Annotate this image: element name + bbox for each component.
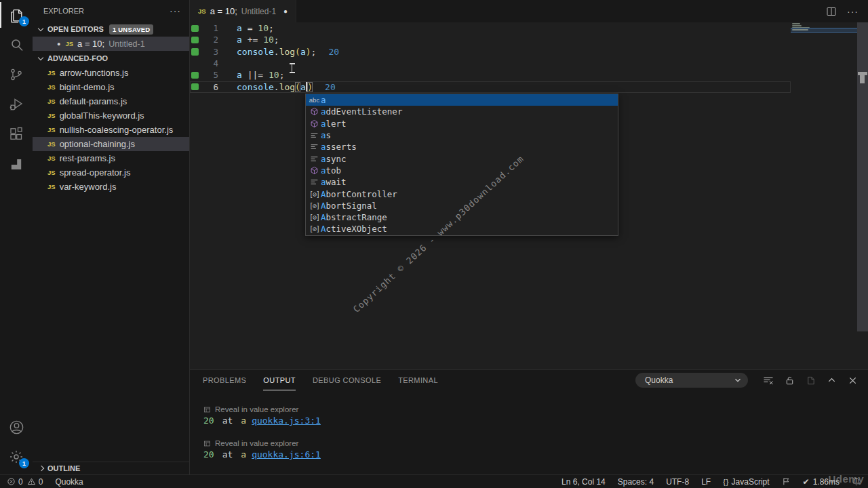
suggest-label: AbortController [321,189,397,199]
panel-tab-output[interactable]: OUTPUT [263,371,296,390]
suggest-item[interactable]: addEventListener [306,106,618,117]
clear-output-icon[interactable] [762,374,774,386]
code-line-6[interactable]: 6console.log(a)20 [190,81,868,92]
open-output-in-editor-icon[interactable] [804,374,816,386]
encoding-status[interactable]: UTF-8 [666,477,689,487]
activity-quokka-icon[interactable] [0,149,33,179]
suggest-label: AbstractRange [321,212,387,222]
source-location-link[interactable]: quokka.js:6:1 [252,449,321,460]
editor-scrollbar[interactable] [857,22,868,331]
method-kind-icon [308,107,321,116]
editor-more-actions-icon[interactable]: ··· [847,9,859,14]
language-status[interactable]: { }JavaScript [723,477,769,487]
code-token: . [274,47,279,57]
activity-account-icon[interactable] [0,412,33,442]
code-line-3[interactable]: 3console.log(a);20 [190,46,868,58]
explorer-sidebar: EXPLORER ··· OPEN EDITORS 1 UNSAVED ● JS… [33,0,190,474]
activity-extensions-icon[interactable] [0,119,33,149]
file-item[interactable]: JSoptional-chaining.js [33,137,189,151]
maximize-panel-icon[interactable] [825,374,837,386]
extension-status-status[interactable] [782,477,791,486]
suggest-item[interactable]: [⊘]ActiveXObject [306,223,618,235]
activity-settings-icon[interactable]: 1 [0,442,33,472]
panel-tab-debug-console[interactable]: DEBUG CONSOLE [313,371,381,390]
output-channel-select[interactable]: Quokka [635,373,748,388]
suggest-item[interactable]: abca [306,94,618,106]
file-item[interactable]: JSbigint-demo.js [33,80,189,94]
error-count: 0 [18,477,23,487]
editor-tab-untitled-1[interactable]: JS a = 10; Untitled-1 ● [190,0,296,22]
notifications-bell-icon[interactable] [852,477,861,487]
folder-section-header[interactable]: ADVANCED-FOO [33,51,189,66]
quokka-time-status[interactable]: ✔1.86ms [803,477,840,487]
minimap[interactable] [791,22,857,63]
code-line-5[interactable]: 5a ||= 10; [190,69,868,81]
suggest-item[interactable]: asserts [306,141,618,152]
tab-detail: Untitled-1 [241,7,276,16]
reveal-in-value-explorer-link[interactable]: Reveal in value explorer [203,439,868,447]
problems-status[interactable]: 00 [7,477,44,487]
file-item[interactable]: JSarrow-functions.js [33,66,189,80]
suggest-item[interactable]: [⊘]AbortController [306,188,618,199]
matched-prefix: a [321,177,326,187]
tab-title: a = 10; [210,6,237,16]
eol-label: LF [701,477,711,487]
file-item[interactable]: JSrest-params.js [33,151,189,165]
activity-source-control-icon[interactable] [0,60,33,89]
code-token: ( [295,47,300,57]
code-text: a = 10; [237,23,274,33]
suggest-item[interactable]: as [306,129,618,141]
minimap-line [792,29,808,30]
logged-value: 20 [203,449,214,460]
code-token: console [237,82,274,92]
coverage-indicator [191,72,199,79]
code-line-1[interactable]: 1a = 10; [190,22,868,34]
file-item[interactable]: JSspread-operator.js [33,165,189,180]
status-bar: 00Quokka Ln 6, Col 14Spaces: 4UTF-8LF{ }… [0,474,868,488]
js-file-icon: JS [47,169,56,176]
activity-search-icon[interactable] [0,30,33,60]
eol-status[interactable]: LF [701,477,711,487]
open-editor-item[interactable]: ● JS a = 10; Untitled-1 [33,37,189,51]
close-panel-icon[interactable] [846,374,859,386]
open-editors-section-header[interactable]: OPEN EDITORS 1 UNSAVED [33,22,189,37]
class-kind-icon: [⊘] [308,225,321,232]
code-token: ; [269,23,274,33]
outline-section-header[interactable]: OUTLINE [33,462,189,474]
file-item[interactable]: JSnullish-coalescing-operator.js [33,123,189,137]
file-name: globalThis-keyword.js [60,110,144,121]
code-text: a += 10; [237,35,279,45]
code-editor[interactable]: 1a = 10;2a += 10;3console.log(a);2045a |… [190,22,868,369]
unlock-scroll-icon[interactable] [783,374,795,386]
source-location-link[interactable]: quokka.js:3:1 [252,415,321,426]
panel-tab-terminal[interactable]: TERMINAL [398,371,438,390]
suggest-item[interactable]: alert [306,118,618,129]
activity-explorer-icon[interactable]: 1 [0,0,33,30]
quokka-status[interactable]: Quokka [55,477,83,487]
file-list: JSarrow-functions.jsJSbigint-demo.jsJSde… [33,66,189,194]
panel-tab-problems[interactable]: PROBLEMS [203,371,246,390]
file-name: arrow-functions.js [60,68,129,78]
file-item[interactable]: JSglobalThis-keyword.js [33,108,189,123]
suggest-item[interactable]: [⊘]AbortSignal [306,200,618,211]
code-line-2[interactable]: 2a += 10; [190,34,868,45]
activity-run-debug-icon[interactable] [0,89,33,119]
quokka-inline-value: 20 [325,82,336,92]
matched-prefix: A [321,201,326,211]
file-name: rest-params.js [60,153,115,163]
file-item[interactable]: JSdefault-params.js [33,94,189,108]
suggest-item[interactable]: await [306,176,618,188]
suggest-item[interactable]: [⊘]AbstractRange [306,211,618,223]
indentation-status[interactable]: Spaces: 4 [618,477,654,487]
reveal-in-value-explorer-link[interactable]: Reveal in value explorer [203,405,868,413]
code-text: a ||= 10; [237,70,284,80]
suggest-item[interactable]: atob [306,165,618,176]
output-entry: Reveal in value explorer20ataquokka.js:6… [203,439,868,460]
suggest-item[interactable]: async [306,152,618,164]
cursor-position-status[interactable]: Ln 6, Col 14 [561,477,606,487]
code-line-4[interactable]: 4 [190,58,868,69]
file-item[interactable]: JSvar-keyword.js [33,180,189,194]
action-label: Reveal in value explorer [215,439,298,447]
split-editor-icon[interactable] [825,5,837,18]
sidebar-more-actions-icon[interactable]: ··· [170,8,181,14]
